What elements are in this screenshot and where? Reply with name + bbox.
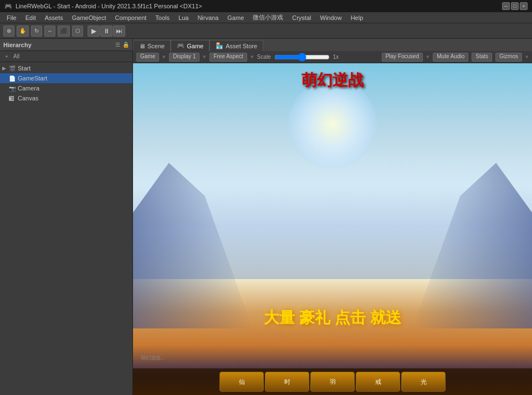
move-tool[interactable]: ✋ bbox=[17, 26, 29, 37]
tab-asset-store[interactable]: 🏪 Asset Store bbox=[209, 40, 263, 51]
hierarchy-add-btn[interactable]: + bbox=[2, 52, 11, 61]
menu-component[interactable]: Component bbox=[110, 12, 151, 23]
hierarchy-item-camera[interactable]: 📷 Camera bbox=[0, 83, 132, 93]
menu-window[interactable]: Window bbox=[316, 12, 346, 23]
game-btn-3[interactable]: 戒 bbox=[356, 372, 400, 392]
title-bar-content: 🎮 LineRWebGL - Start - Android - Unity 2… bbox=[4, 3, 202, 10]
tab-scene[interactable]: 🖥 Scene bbox=[133, 40, 171, 51]
hierarchy-item-gamestart[interactable]: 📄 GameStart bbox=[0, 73, 132, 83]
rotate-tool[interactable]: ↻ bbox=[31, 26, 42, 37]
title-text: LineRWebGL - Start - Android - Unity 202… bbox=[16, 3, 202, 9]
hand-tool[interactable]: ⊕ bbox=[3, 26, 14, 37]
gizmos-btn[interactable]: Gizmos bbox=[495, 53, 522, 62]
center-tabs: 🖥 Scene 🎮 Game 🏪 Asset Store bbox=[133, 39, 532, 51]
title-bar-controls: ─ □ × bbox=[501, 2, 528, 10]
game-btn-1[interactable]: 时 bbox=[265, 372, 309, 392]
hierarchy-all-label: All bbox=[13, 53, 19, 59]
game-watermark: 萌幻逆战... bbox=[141, 355, 165, 362]
minimize-button[interactable]: ─ bbox=[502, 2, 510, 10]
title-bar: 🎮 LineRWebGL - Start - Android - Unity 2… bbox=[0, 0, 532, 12]
tab-game[interactable]: 🎮 Game bbox=[171, 40, 209, 51]
display-dropdown[interactable]: Display 1 bbox=[169, 53, 200, 62]
center-panel: 🖥 Scene 🎮 Game 🏪 Asset Store Game ▾ Disp… bbox=[133, 39, 532, 395]
maximize-button[interactable]: □ bbox=[511, 2, 519, 10]
asset-store-tab-icon: 🏪 bbox=[216, 42, 223, 49]
game-background: 萌幻逆战 大量 豪礼 点击 就送 萌幻逆战... 仙 时 羽 戒 光 bbox=[133, 63, 532, 395]
menu-crystal[interactable]: Crystal bbox=[288, 12, 315, 23]
hierarchy-lock-icon[interactable]: 🔒 bbox=[122, 42, 129, 48]
hierarchy-item-canvas[interactable]: ▶ 🖼 Canvas bbox=[0, 93, 132, 103]
scene-tab-icon: 🖥 bbox=[139, 43, 145, 49]
game-view: 萌幻逆战 大量 豪礼 点击 就送 萌幻逆战... 仙 时 羽 戒 光 bbox=[133, 63, 532, 395]
hierarchy-content: ▶ 🎬 Start 📄 GameStart 📷 Camera ▶ 🖼 Canva… bbox=[0, 62, 132, 395]
game-dropdown[interactable]: Game bbox=[136, 53, 159, 62]
main-layout: Hierarchy ☰ 🔒 + All ▶ 🎬 Start 📄 GameStar… bbox=[0, 39, 532, 395]
step-button[interactable]: ⏭ bbox=[113, 26, 125, 37]
hierarchy-item-start[interactable]: ▶ 🎬 Start bbox=[0, 63, 132, 73]
play-focused-btn[interactable]: Play Focused bbox=[382, 53, 423, 62]
hierarchy-header: Hierarchy ☰ 🔒 bbox=[0, 39, 132, 51]
transform-tool[interactable]: ⬡ bbox=[72, 26, 83, 37]
scale-slider[interactable] bbox=[274, 53, 330, 62]
pause-button[interactable]: ⏸ bbox=[100, 26, 112, 37]
main-toolbar: ⊕ ✋ ↻ ↔ ⬛ ⬡ ▶ ⏸ ⏭ bbox=[0, 23, 532, 39]
hierarchy-toolbar: + All bbox=[0, 51, 132, 62]
scale-value: 1x bbox=[333, 54, 339, 60]
game-btn-4[interactable]: 光 bbox=[401, 372, 446, 392]
rect-tool[interactable]: ⬛ bbox=[58, 26, 70, 37]
game-toolbar: Game ▾ Display 1 ▾ Free Aspect ▾ Scale 1… bbox=[133, 51, 532, 63]
game-title-text: 萌幻逆战 bbox=[301, 70, 364, 91]
game-btn-0[interactable]: 仙 bbox=[219, 372, 264, 392]
menu-nirvana[interactable]: Nirvana bbox=[193, 12, 223, 23]
app-icon: 🎮 bbox=[4, 3, 12, 10]
scale-label: Scale bbox=[257, 54, 271, 60]
hierarchy-title: Hierarchy bbox=[3, 42, 32, 48]
close-button[interactable]: × bbox=[520, 2, 528, 10]
menu-wechat[interactable]: 微信小游戏 bbox=[248, 12, 288, 23]
aspect-dropdown[interactable]: Free Aspect bbox=[209, 53, 247, 62]
menu-gameobject[interactable]: GameObject bbox=[68, 12, 111, 23]
menu-bar: File Edit Assets GameObject Component To… bbox=[0, 12, 532, 23]
game-btn-2[interactable]: 羽 bbox=[310, 372, 355, 392]
menu-file[interactable]: File bbox=[2, 12, 21, 23]
game-bottom-bar: 仙 时 羽 戒 光 bbox=[133, 368, 532, 395]
menu-game[interactable]: Game bbox=[223, 12, 248, 23]
menu-edit[interactable]: Edit bbox=[21, 12, 40, 23]
stats-btn[interactable]: Stats bbox=[472, 53, 492, 62]
menu-lua[interactable]: Lua bbox=[174, 12, 193, 23]
scale-tool[interactable]: ↔ bbox=[44, 26, 55, 37]
menu-tools[interactable]: Tools bbox=[151, 12, 174, 23]
playback-controls: ▶ ⏸ ⏭ bbox=[88, 26, 125, 37]
game-tab-icon: 🎮 bbox=[177, 42, 185, 49]
game-promo-text: 大量 豪礼 点击 就送 bbox=[264, 307, 401, 328]
mute-audio-btn[interactable]: Mute Audio bbox=[433, 53, 468, 62]
menu-help[interactable]: Help bbox=[346, 12, 368, 23]
hierarchy-menu-icon[interactable]: ☰ bbox=[115, 42, 120, 48]
hierarchy-panel: Hierarchy ☰ 🔒 + All ▶ 🎬 Start 📄 GameStar… bbox=[0, 39, 133, 395]
menu-assets[interactable]: Assets bbox=[40, 12, 68, 23]
play-button[interactable]: ▶ bbox=[88, 26, 100, 37]
